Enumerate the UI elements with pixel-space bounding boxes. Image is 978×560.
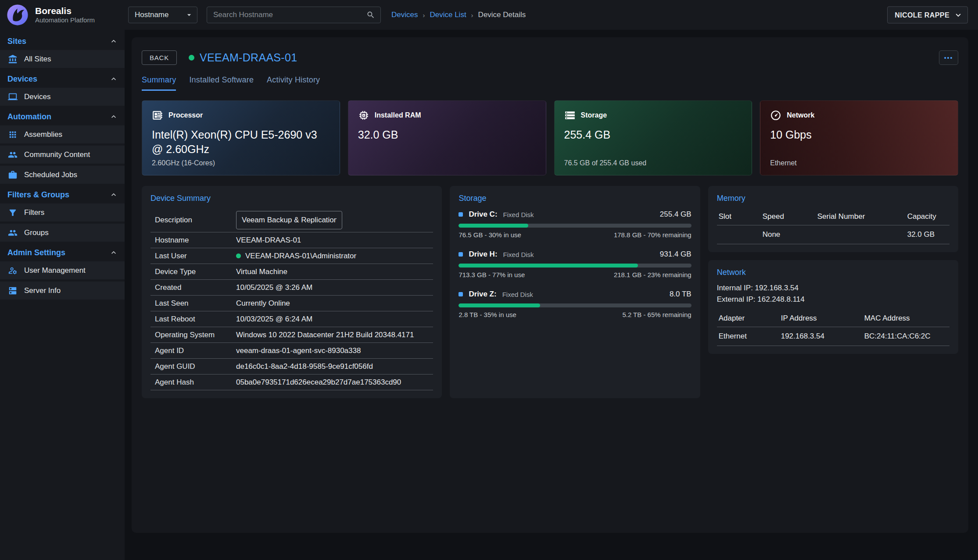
memory-header-slot: Slot bbox=[719, 212, 763, 221]
drive-size: 8.0 TB bbox=[670, 290, 691, 299]
sidebar-item-label: Server Info bbox=[24, 286, 61, 295]
network-icon bbox=[770, 110, 781, 121]
summary-row-value: Currently Online bbox=[236, 299, 290, 308]
sidebar-item-devices[interactable]: Devices bbox=[0, 88, 125, 106]
installed-ram-card: Installed RAM 32.0 GB bbox=[348, 100, 546, 175]
drive-z: Drive Z: Fixed Disk 8.0 TB 2.8 TB - 35% … bbox=[459, 290, 691, 318]
drive-remaining: 218.1 GB - 23% remaining bbox=[614, 271, 691, 278]
memory-header-speed: Speed bbox=[763, 212, 817, 221]
summary-row-operating-system: Operating System Windows 10 2022 Datacen… bbox=[150, 327, 433, 343]
sidebar-item-server-info[interactable]: Server Info bbox=[0, 282, 125, 300]
search-input[interactable] bbox=[212, 10, 366, 20]
breadcrumb-devices[interactable]: Devices bbox=[391, 11, 418, 19]
sidebar: Sites All Sites Devices Devices Automati… bbox=[0, 30, 125, 560]
drive-usage-fill bbox=[459, 303, 540, 307]
summary-row-last-user: Last User VEEAM-DRAAS-01\Administrator bbox=[150, 248, 433, 264]
drive-type: Fixed Disk bbox=[502, 291, 533, 298]
user-menu-label: NICOLE RAPPE bbox=[895, 11, 949, 19]
brand-name: Borealis bbox=[35, 6, 95, 16]
search-icon[interactable] bbox=[366, 11, 375, 19]
summary-row-last-seen: Last Seen Currently Online bbox=[150, 296, 433, 311]
brand-subtitle: Automation Platform bbox=[35, 16, 95, 24]
drive-type: Fixed Disk bbox=[503, 251, 534, 258]
hostname-filter-value: Hostname bbox=[135, 11, 168, 19]
memory-capacity: 32.0 GB bbox=[907, 230, 948, 239]
storage-card: Storage 255.4 GB 76.5 GB of 255.4 GB use… bbox=[554, 100, 752, 175]
drive-bullet-icon bbox=[459, 252, 463, 257]
stat-card-footer: Ethernet bbox=[770, 159, 796, 167]
breadcrumb: Devices › Device List › Device Details bbox=[391, 11, 526, 19]
sidebar-item-filters[interactable]: Filters bbox=[0, 203, 125, 221]
drive-used: 713.3 GB - 77% in use bbox=[459, 271, 525, 278]
tab-activity-history[interactable]: Activity History bbox=[267, 75, 320, 91]
summary-row-label: Last Seen bbox=[155, 299, 236, 308]
sidebar-item-assemblies[interactable]: Assemblies bbox=[0, 125, 125, 143]
summary-row-label: Agent GUID bbox=[155, 362, 236, 371]
memory-table-row: None 32.0 GB bbox=[717, 225, 949, 244]
drive-used: 76.5 GB - 30% in use bbox=[459, 231, 521, 239]
summary-row-value: 10/05/2025 @ 3:26 AM bbox=[236, 283, 312, 292]
external-ip: External IP: 162.248.8.114 bbox=[717, 294, 949, 305]
breadcrumb-separator: › bbox=[423, 11, 425, 19]
description-input[interactable] bbox=[236, 211, 342, 229]
page-header: BACK VEEAM-DRAAS-01 ••• bbox=[142, 37, 958, 65]
breadcrumb-device-list[interactable]: Device List bbox=[430, 11, 466, 19]
drive-usage-fill bbox=[459, 264, 638, 268]
drive-name: Drive Z: bbox=[469, 290, 496, 299]
network-table-row: Ethernet 192.168.3.54 BC:24:11:CA:C6:2C bbox=[717, 327, 949, 346]
chevron-down-icon bbox=[185, 11, 193, 19]
panel-title: Storage bbox=[459, 194, 691, 203]
chevron-up-icon bbox=[109, 75, 118, 83]
drive-used: 2.8 TB - 35% in use bbox=[459, 311, 516, 318]
sidebar-item-label: Scheduled Jobs bbox=[24, 171, 77, 179]
memory-header-serial: Serial Number bbox=[817, 212, 907, 221]
breadcrumb-separator: › bbox=[471, 11, 473, 19]
stat-card-title: Installed RAM bbox=[375, 111, 421, 119]
network-panel: Network Internal IP: 192.168.3.54 Extern… bbox=[708, 260, 958, 354]
sidebar-item-user-management[interactable]: User Management bbox=[0, 261, 125, 279]
sidebar-item-label: All Sites bbox=[24, 55, 51, 64]
sidebar-item-scheduled-jobs[interactable]: Scheduled Jobs bbox=[0, 166, 125, 184]
drive-size: 931.4 GB bbox=[660, 250, 691, 259]
tab-summary[interactable]: Summary bbox=[142, 75, 176, 91]
sidebar-section-devices[interactable]: Devices bbox=[0, 70, 125, 88]
summary-row-label: Agent ID bbox=[155, 346, 236, 355]
tab-installed-software[interactable]: Installed Software bbox=[189, 75, 254, 91]
sidebar-item-all-sites[interactable]: All Sites bbox=[0, 50, 125, 68]
stat-card-value: 32.0 GB bbox=[358, 128, 527, 142]
sidebar-section-automation[interactable]: Automation bbox=[0, 108, 125, 125]
more-options-button[interactable]: ••• bbox=[939, 50, 958, 65]
sidebar-item-label: Devices bbox=[24, 93, 50, 101]
stat-card-value: 10 Gbps bbox=[770, 128, 939, 142]
user-menu-button[interactable]: NICOLE RAPPE bbox=[887, 7, 968, 24]
sidebar-section-label: Filters & Groups bbox=[7, 190, 69, 200]
memory-header-capacity: Capacity bbox=[907, 212, 948, 221]
sidebar-section-admin-settings[interactable]: Admin Settings bbox=[0, 244, 125, 261]
hostname-filter-dropdown[interactable]: Hostname bbox=[128, 7, 197, 23]
panel-title: Network bbox=[717, 268, 949, 277]
memory-panel: Memory Slot Speed Serial Number Capacity… bbox=[708, 186, 958, 252]
storage-icon bbox=[564, 110, 576, 121]
chevron-down-icon bbox=[953, 10, 963, 20]
drive-usage-bar bbox=[459, 303, 691, 307]
drive-usage-bar bbox=[459, 264, 691, 268]
sidebar-item-community-content[interactable]: Community Content bbox=[0, 146, 125, 164]
summary-row-agent-guid: Agent GUID de16c0c1-8aa2-4d18-9585-9ce91… bbox=[150, 359, 433, 375]
summary-row-value: Windows 10 2022 Datacenter 21H2 Build 20… bbox=[236, 331, 414, 339]
sidebar-section-label: Sites bbox=[7, 37, 26, 46]
summary-row-label: Operating System bbox=[155, 331, 236, 339]
sidebar-section-sites[interactable]: Sites bbox=[0, 32, 125, 50]
network-ip: 192.168.3.54 bbox=[781, 332, 864, 341]
summary-row-value: VEEAM-DRAAS-01 bbox=[236, 236, 301, 245]
summary-row-agent-id: Agent ID veeam-draas-01-agent-svc-8930a3… bbox=[150, 343, 433, 359]
storage-panel: Storage Drive C: Fixed Disk 255.4 GB bbox=[450, 186, 700, 398]
sidebar-item-label: User Management bbox=[24, 266, 86, 275]
sidebar-section-filters-groups[interactable]: Filters & Groups bbox=[0, 186, 125, 203]
user-management-icon bbox=[8, 266, 18, 275]
summary-row-label: Description bbox=[155, 216, 236, 225]
page-title: VEEAM-DRAAS-01 bbox=[200, 51, 297, 64]
brand: Borealis Automation Platform bbox=[0, 3, 125, 27]
summary-row-label: Created bbox=[155, 283, 236, 292]
sidebar-item-groups[interactable]: Groups bbox=[0, 224, 125, 242]
back-button[interactable]: BACK bbox=[142, 50, 177, 65]
